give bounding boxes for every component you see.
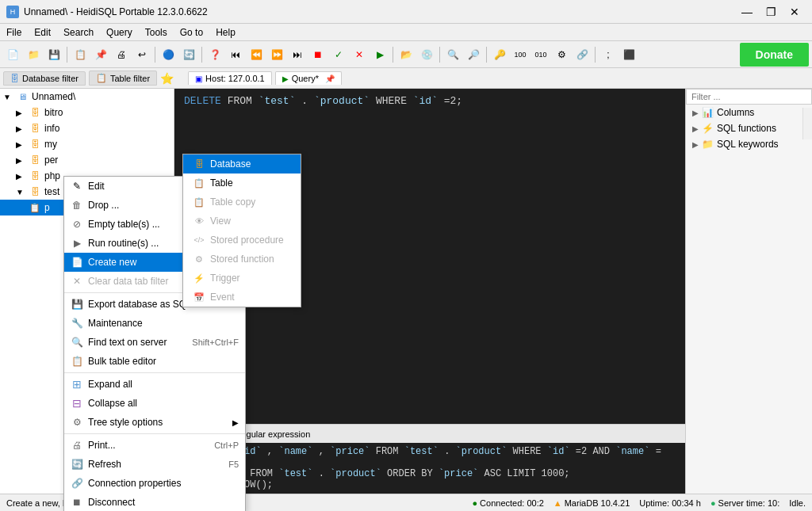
host-icon: ▣ xyxy=(195,74,202,83)
sql-functions-icon: ⚡ xyxy=(702,123,714,134)
idle-text: Idle. xyxy=(789,498,806,508)
tool1-btn[interactable]: 🔵 xyxy=(159,45,178,64)
maximize-button[interactable]: ❐ xyxy=(760,1,782,23)
uptime-text: Uptime: 00:34 h xyxy=(639,498,701,508)
table-filter-label: Table filter xyxy=(110,74,150,83)
search-btn[interactable]: 🔍 xyxy=(443,45,462,64)
menu-search[interactable]: Search xyxy=(57,25,100,40)
tree-item-server[interactable]: ▼ 🖥 Unnamed\ xyxy=(0,89,174,105)
window-title: Unnamed\ - HeidiSQL Portable 12.3.0.6622 xyxy=(24,6,208,17)
menu-tools[interactable]: Tools xyxy=(139,25,174,40)
filter-value: Regular expression xyxy=(236,429,311,439)
ctx-collapse-all[interactable]: ⊟ Collapse all xyxy=(64,394,245,413)
window-controls: — ❐ ✕ xyxy=(736,1,806,23)
tree-item-info[interactable]: ▶ 🗄 info xyxy=(0,120,174,136)
folder-btn[interactable]: 📂 xyxy=(396,45,416,64)
event-icon: 📅 xyxy=(193,291,205,303)
submenu-item-database[interactable]: 🗄 Database xyxy=(183,154,301,174)
ctx-drop-label: Drop ... xyxy=(88,200,119,211)
filter-search-input[interactable] xyxy=(686,89,812,105)
submenu-item-table-copy: 📋 Table copy xyxy=(183,193,301,212)
minimize-button[interactable]: — xyxy=(736,1,758,23)
menu-edit[interactable]: Edit xyxy=(28,25,57,40)
play-btn[interactable]: ▶ xyxy=(370,45,389,64)
save-btn[interactable]: 💾 xyxy=(44,45,63,64)
menu-file[interactable]: File xyxy=(0,25,28,40)
check-btn[interactable]: ✓ xyxy=(329,45,348,64)
submenu-item-trigger: ⚡ Trigger xyxy=(183,269,301,288)
tree-item-bitro[interactable]: ▶ 🗄 bitro xyxy=(0,105,174,120)
refresh-btn[interactable]: 🔄 xyxy=(179,45,198,64)
ctx-conn-props[interactable]: 🔗 Connection properties xyxy=(64,474,245,493)
filter-item-columns[interactable]: ▶ 📊 Columns xyxy=(686,105,812,120)
ctx-bulk-editor[interactable]: 📋 Bulk table editor xyxy=(64,352,245,371)
ctx-tree-style[interactable]: ⚙ Tree style options ▶ xyxy=(64,413,245,432)
db-icon: 🗄 xyxy=(29,170,41,182)
undo-btn[interactable]: ↩ xyxy=(132,45,151,64)
tree-item-my[interactable]: ▶ 🗄 my xyxy=(0,136,174,152)
num-btn[interactable]: 100 xyxy=(511,45,530,64)
prev-btn[interactable]: ⏮ xyxy=(226,45,245,64)
db-icon: 🗄 xyxy=(29,138,41,151)
help-btn[interactable]: ❓ xyxy=(205,45,224,64)
toolbar: 📄 📁 💾 📋 📌 🖨 ↩ 🔵 🔄 ❓ ⏮ ⏪ ⏩ ⏭ ⏹ ✓ ✕ ▶ 📂 💿 … xyxy=(0,41,812,68)
filter-item-sql-functions[interactable]: ▶ ⚡ SQL functions xyxy=(686,120,812,136)
forward-btn[interactable]: ⏩ xyxy=(267,45,286,64)
query-icon: ▶ xyxy=(282,74,289,83)
ctx-export-label: Export database as SQL xyxy=(88,299,192,310)
submenu-item-table[interactable]: 📋 Table xyxy=(183,174,301,193)
ctx-expand-all[interactable]: ⊞ Expand all xyxy=(64,375,245,394)
settings-btn[interactable]: ⚙ xyxy=(552,45,571,64)
ctx-maintenance[interactable]: 🔧 Maintenance xyxy=(64,314,245,333)
stop2-btn[interactable]: ⬛ xyxy=(619,45,638,64)
server-time-icon: ● xyxy=(710,498,716,508)
favorites-button[interactable]: ⭐ xyxy=(160,72,174,85)
proc-icon: </> xyxy=(193,234,205,246)
edit-icon: ✎ xyxy=(71,180,83,193)
submenu-item-view: 👁 View xyxy=(183,212,301,231)
num2-btn[interactable]: 010 xyxy=(531,45,550,64)
ctx-print[interactable]: 🖨 Print... Ctrl+P xyxy=(64,436,245,455)
ctx-conn-label: Connection properties xyxy=(88,478,181,489)
key-btn[interactable]: 🔑 xyxy=(490,45,509,64)
tab-table-filter[interactable]: 📋 Table filter xyxy=(89,71,157,86)
search2-btn[interactable]: 🔎 xyxy=(464,45,483,64)
new-btn[interactable]: 📄 xyxy=(3,45,22,64)
paste-btn[interactable]: 📌 xyxy=(91,45,110,64)
open-btn[interactable]: 📁 xyxy=(24,45,43,64)
menu-query[interactable]: Query xyxy=(100,25,139,40)
semi-btn[interactable]: ; xyxy=(599,45,618,64)
ctx-find-text[interactable]: 🔍 Find text on server Shift+Ctrl+F xyxy=(64,333,245,352)
db-icon: 🗄 xyxy=(29,185,41,198)
tree-item-per[interactable]: ▶ 🗄 per xyxy=(0,152,174,168)
donate-button[interactable]: Donate xyxy=(740,43,809,67)
disk-btn[interactable]: 💿 xyxy=(417,45,436,64)
x-btn[interactable]: ✕ xyxy=(350,45,369,64)
submenu-table-copy-label: Table copy xyxy=(210,196,255,208)
menu-goto[interactable]: Go to xyxy=(174,25,209,40)
copy-btn[interactable]: 📋 xyxy=(71,45,90,64)
ctx-empty-label: Empty table(s) ... xyxy=(88,219,160,230)
print-btn[interactable]: 🖨 xyxy=(112,45,131,64)
sql-output: 89 SELECT `id` , `name` , `price` FROM `… xyxy=(174,443,685,494)
stop-btn[interactable]: ⏹ xyxy=(308,45,327,64)
table-filter-icon: 📋 xyxy=(96,73,107,83)
link-btn[interactable]: 🔗 xyxy=(573,45,592,64)
filter-item-label: Columns xyxy=(717,107,754,118)
ctx-refresh[interactable]: 🔄 Refresh F5 xyxy=(64,455,245,474)
tab-query[interactable]: ▶ Query* 📌 xyxy=(275,71,342,85)
filter-scrollbar[interactable] xyxy=(802,108,812,139)
menu-help[interactable]: Help xyxy=(209,25,242,40)
print-shortcut: Ctrl+P xyxy=(214,440,239,450)
ctx-disconnect[interactable]: ⏹ Disconnect xyxy=(64,493,245,511)
ctx-bulk-label: Bulk table editor xyxy=(88,356,156,367)
server-icon: 🖥 xyxy=(16,90,29,103)
filter-item-sql-keywords[interactable]: ▶ 📁 SQL keywords xyxy=(686,136,812,152)
next-btn[interactable]: ⏭ xyxy=(288,45,307,64)
db-icon: ▲ xyxy=(553,498,562,508)
back-btn[interactable]: ⏪ xyxy=(247,45,266,64)
tab-db-filter[interactable]: 🗄 Database filter xyxy=(3,71,86,86)
tree-item-label: bitro xyxy=(44,107,63,118)
tab-host[interactable]: ▣ Host: 127.0.0.1 xyxy=(188,71,272,85)
close-button[interactable]: ✕ xyxy=(783,1,806,23)
